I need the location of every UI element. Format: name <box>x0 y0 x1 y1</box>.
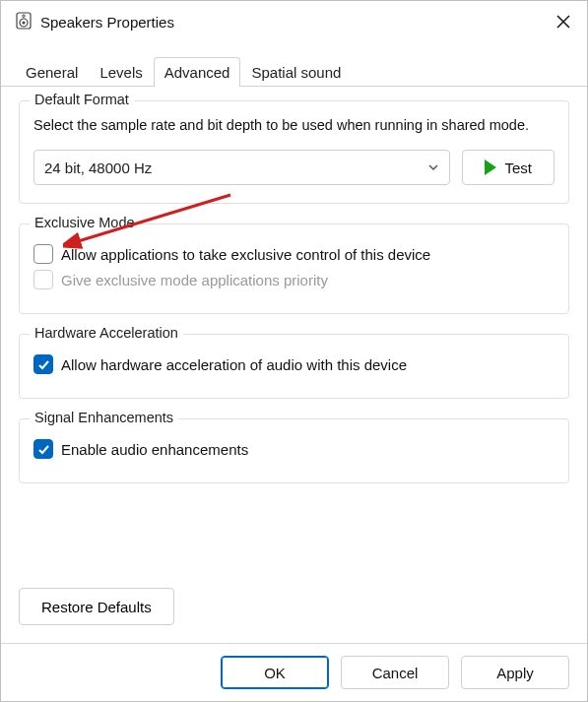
svg-point-2 <box>22 21 25 24</box>
format-select[interactable]: 24 bit, 48000 Hz <box>33 150 450 185</box>
titlebar: Speakers Properties <box>1 1 587 42</box>
group-label-signal: Signal Enhancements <box>30 410 178 425</box>
group-hardware-accel: Hardware Acceleration Allow hardware acc… <box>19 334 569 399</box>
row-exclusive-allow: Allow applications to take exclusive con… <box>33 244 555 264</box>
checkbox-exclusive-priority <box>33 270 53 289</box>
tab-advanced[interactable]: Advanced <box>154 57 241 87</box>
apply-button[interactable]: Apply <box>461 656 569 689</box>
check-icon <box>37 443 50 456</box>
dialog-footer: OK Cancel Apply <box>1 643 587 701</box>
test-label: Test <box>504 160 532 176</box>
tab-levels[interactable]: Levels <box>89 57 153 87</box>
checkbox-signal-enable[interactable] <box>33 439 53 459</box>
group-label-exclusive: Exclusive Mode <box>30 215 140 230</box>
titlebar-left: Speakers Properties <box>15 12 174 32</box>
group-signal-enhancements: Signal Enhancements Enable audio enhance… <box>19 418 569 483</box>
group-label-hardware: Hardware Acceleration <box>30 325 183 341</box>
tab-spatial[interactable]: Spatial sound <box>240 57 352 87</box>
label-exclusive-priority: Give exclusive mode applications priorit… <box>61 272 328 288</box>
row-exclusive-priority: Give exclusive mode applications priorit… <box>33 270 555 289</box>
test-button[interactable]: Test <box>462 150 555 185</box>
group-default-format: Default Format Select the sample rate an… <box>19 100 569 204</box>
properties-window: Speakers Properties General Levels Advan… <box>0 0 588 702</box>
tab-content: Default Format Select the sample rate an… <box>1 87 587 643</box>
format-selected-text: 24 bit, 48000 Hz <box>44 160 152 176</box>
label-signal-enable: Enable audio enhancements <box>61 441 248 458</box>
speaker-icon <box>15 12 33 32</box>
tab-strip: General Levels Advanced Spatial sound <box>1 56 587 87</box>
restore-defaults-button[interactable]: Restore Defaults <box>19 588 174 625</box>
window-title: Speakers Properties <box>40 14 174 31</box>
checkbox-hardware-allow[interactable] <box>33 354 53 374</box>
tab-general[interactable]: General <box>15 57 89 87</box>
cancel-button[interactable]: Cancel <box>341 656 449 689</box>
row-signal-enable: Enable audio enhancements <box>33 439 555 459</box>
restore-row: Restore Defaults <box>19 588 569 625</box>
checkbox-exclusive-allow[interactable] <box>33 244 53 264</box>
group-exclusive-mode: Exclusive Mode Allow applications to tak… <box>19 223 569 314</box>
play-icon <box>485 160 496 175</box>
chevron-down-icon <box>427 160 439 176</box>
group-label-default-format: Default Format <box>30 92 134 107</box>
row-hardware-allow: Allow hardware acceleration of audio wit… <box>33 354 555 374</box>
close-icon <box>556 15 570 29</box>
format-row: 24 bit, 48000 Hz Test <box>33 150 555 185</box>
close-button[interactable] <box>550 8 577 35</box>
ok-button[interactable]: OK <box>221 656 329 689</box>
label-hardware-allow: Allow hardware acceleration of audio wit… <box>61 356 407 373</box>
label-exclusive-allow: Allow applications to take exclusive con… <box>61 246 430 263</box>
check-icon <box>37 358 50 371</box>
default-format-hint: Select the sample rate and bit depth to … <box>33 115 555 136</box>
